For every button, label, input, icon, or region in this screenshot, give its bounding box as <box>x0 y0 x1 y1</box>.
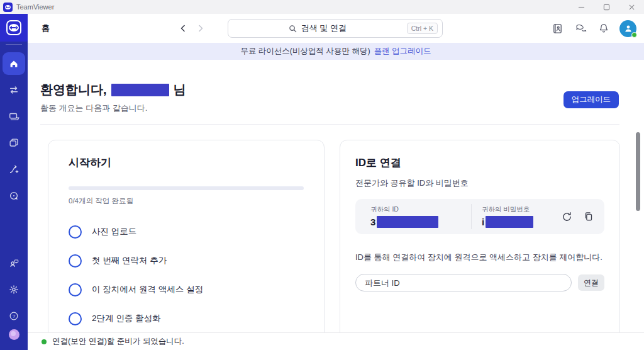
connect-by-id-description: ID를 통해 연결하여 장치에 원격으로 액세스하고 장치를 제어합니다. <box>355 252 604 263</box>
redacted-username <box>111 84 169 96</box>
help-icon: ? <box>8 310 19 322</box>
upgrade-button[interactable]: 업그레이드 <box>564 91 619 108</box>
bell-icon[interactable] <box>596 21 611 36</box>
tab-home[interactable]: 홈 <box>42 23 50 34</box>
license-banner-text: 무료 라이선스(비상업적 사용만 해당) <box>240 46 370 57</box>
close-button[interactable] <box>619 0 644 14</box>
gear-icon <box>8 284 19 295</box>
main-content: 환영합니다, 님 활동 개요는 다음과 같습니다. 업그레이드 시작하기 0/4… <box>28 60 644 332</box>
scrollbar-thumb[interactable] <box>636 132 640 211</box>
task-row-add-contact[interactable]: 첫 번째 연락처 추가 <box>69 246 304 275</box>
status-text: 연결(보안 연결)할 준비가 되었습니다. <box>52 336 184 347</box>
partner-id-input[interactable] <box>355 274 572 291</box>
task-circle-icon[interactable] <box>69 283 82 296</box>
search-shortcut-badge: Ctrl + K <box>407 23 438 34</box>
sidebar-item-workflows[interactable] <box>3 158 25 181</box>
your-id-label: 귀하의 ID <box>370 205 471 214</box>
back-icon[interactable] <box>179 24 187 33</box>
statusbar: 연결(보안 연결)할 준비가 되었습니다. <box>28 332 644 350</box>
maximize-button[interactable] <box>594 0 619 14</box>
connect-button[interactable]: 연결 <box>578 274 604 291</box>
search-placeholder: 검색 및 연결 <box>301 23 347 34</box>
circle-arrow-icon <box>8 190 19 201</box>
chat-icon[interactable] <box>573 21 588 36</box>
teamviewer-logo-icon <box>3 3 13 12</box>
task-circle-icon[interactable] <box>69 312 82 325</box>
connect-by-id-subtitle: 전문가와 공유할 ID와 비밀번호 <box>355 178 604 189</box>
welcome-title-suffix: 님 <box>174 81 186 98</box>
progress-bar <box>69 186 304 190</box>
contacts-book-icon[interactable] <box>550 21 565 36</box>
window-titlebar: TeamViewer <box>0 0 644 14</box>
sidebar-item-settings[interactable] <box>3 278 25 301</box>
plan-upgrade-link[interactable]: 플랜 업그레이드 <box>374 46 431 57</box>
sidebar: ? <box>0 14 28 350</box>
connect-by-id-card: ID로 연결 전문가와 공유할 ID와 비밀번호 귀하의 ID 3 귀하의 비밀… <box>340 140 620 347</box>
your-id-value: 3 <box>370 217 375 227</box>
task-row-upload-photo[interactable]: 사진 업로드 <box>69 217 304 246</box>
section-divider <box>40 124 619 125</box>
redacted-id <box>377 216 438 228</box>
redacted-password <box>486 216 533 228</box>
getting-started-card: 시작하기 0/4개의 작업 완료됨 사진 업로드 첫 번째 연락처 추가 이 장… <box>48 140 325 347</box>
swap-arrows-icon <box>8 84 19 96</box>
window-title: TeamViewer <box>16 3 54 11</box>
search-icon <box>289 25 297 33</box>
sidebar-item-home[interactable] <box>3 52 25 75</box>
copy-icon[interactable] <box>583 211 594 222</box>
task-list: 사진 업로드 첫 번째 연락처 추가 이 장치에서 원격 액세스 설정 2단계 … <box>69 217 304 333</box>
sidebar-item-device-groups[interactable] <box>3 132 25 154</box>
license-banner: 무료 라이선스(비상업적 사용만 해당) 플랜 업그레이드 <box>28 43 644 60</box>
sidebar-item-sessions[interactable] <box>3 79 25 101</box>
sidebar-item-remote-support[interactable] <box>3 184 25 207</box>
teamviewer-logo-icon[interactable] <box>0 14 28 42</box>
connect-by-id-title: ID로 연결 <box>355 155 604 170</box>
sidebar-item-community[interactable] <box>3 252 25 274</box>
getting-started-title: 시작하기 <box>69 155 304 170</box>
status-ready-dot <box>42 339 47 344</box>
route-sparkle-icon <box>8 164 19 175</box>
welcome-subtitle: 활동 개요는 다음과 같습니다. <box>40 103 147 114</box>
task-row-setup-remote-access[interactable]: 이 장치에서 원격 액세스 설정 <box>69 275 304 304</box>
avatar-status-dot <box>631 32 637 38</box>
sidebar-item-devices[interactable] <box>3 105 25 128</box>
your-password-label: 귀하의 비밀번호 <box>482 205 561 214</box>
stacked-windows-icon <box>8 137 19 149</box>
sidebar-divider <box>6 44 22 45</box>
id-password-panel: 귀하의 ID 3 귀하의 비밀번호 i <box>355 199 604 234</box>
home-icon <box>8 58 19 69</box>
task-row-enable-2fa[interactable]: 2단계 인증 활성화 <box>69 304 304 333</box>
topbar: 홈 검색 및 연결 Ctrl + K <box>28 14 644 43</box>
avatar[interactable] <box>619 20 636 37</box>
svg-text:?: ? <box>13 313 16 319</box>
user-presence-dot[interactable] <box>9 329 19 340</box>
task-circle-icon[interactable] <box>69 254 82 268</box>
your-password-value: i <box>482 217 484 227</box>
sidebar-item-help[interactable]: ? <box>3 305 25 327</box>
refresh-icon[interactable] <box>561 211 573 223</box>
minimize-button[interactable] <box>569 0 594 14</box>
person-chat-icon <box>8 257 19 269</box>
monitor-icon <box>8 111 19 122</box>
welcome-title: 환영합니다, <box>40 81 107 98</box>
progress-text: 0/4개의 작업 완료됨 <box>69 196 304 206</box>
task-circle-icon[interactable] <box>69 225 82 239</box>
search-input[interactable]: 검색 및 연결 Ctrl + K <box>228 19 443 38</box>
forward-icon[interactable] <box>196 24 205 33</box>
